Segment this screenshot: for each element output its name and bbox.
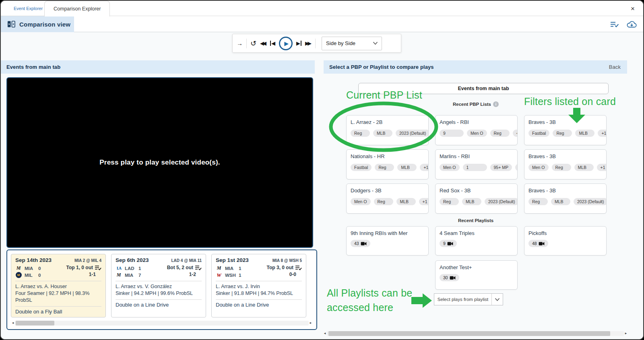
events-from-main-tab-button[interactable]: Events from main tab xyxy=(358,83,609,94)
recent-pbp-lists-label: Recent PBP Lists i xyxy=(323,101,629,107)
filter-chip: 2023 (Default) xyxy=(396,130,429,137)
jump-forward-icon[interactable]: → xyxy=(237,40,243,46)
filter-chip: Fastbal xyxy=(351,164,372,171)
filter-chip: Reg xyxy=(351,130,370,137)
tab-event-explorer[interactable]: Event Explorer xyxy=(8,1,48,16)
filter-chip: 2023 (Default) xyxy=(485,198,518,205)
away-abbr: MIA xyxy=(25,266,35,271)
app-window: Event Explorer Comparison Explorer × Com… xyxy=(0,0,644,340)
filter-chip: 2023 (Default) xyxy=(574,198,607,205)
pbp-card[interactable]: Braves - 3B Fastbal Reg MLB +1 xyxy=(524,115,607,145)
event-matchup: L. Arraez vs. V. González xyxy=(116,283,202,290)
scrollbar-thumb[interactable] xyxy=(328,331,610,336)
filter-chip: Reg xyxy=(490,130,510,137)
right-panel-title: Select a PBP or Playlist to compare play… xyxy=(329,64,434,70)
playlist-card[interactable]: 4 Seam Triples 9 xyxy=(435,226,518,256)
home-abbr: WSH xyxy=(225,273,236,278)
filter-chip: Men O xyxy=(528,164,549,171)
video-camera-icon xyxy=(361,241,367,246)
close-icon[interactable]: × xyxy=(628,4,638,14)
away-abbr: MIA xyxy=(225,266,236,271)
back-button[interactable]: Back xyxy=(609,64,621,70)
playlist-card[interactable]: Pickoffs 48 xyxy=(524,226,607,256)
filter-chip: Reg xyxy=(528,198,548,205)
clip-count-chip: 48 xyxy=(528,240,548,247)
previous-play-icon[interactable]: ◀ xyxy=(270,41,275,46)
main-content: → ↺ ◀◀ ◀ ▶ ▶ ▶▶ Side by Side Events from… xyxy=(1,32,644,340)
scrollbar-track[interactable] xyxy=(15,321,309,326)
pbp-card[interactable]: L. Arraez - 2B Reg MLB 2023 (Default) xyxy=(346,115,429,145)
filter-chip: MLB xyxy=(396,198,416,205)
view-title: Comparison view xyxy=(19,21,70,28)
video-camera-icon xyxy=(447,241,453,246)
rewind-icon[interactable]: ◀◀ xyxy=(260,41,266,46)
scroll-left-icon[interactable]: ◂ xyxy=(323,331,327,336)
list-check-icon[interactable] xyxy=(610,21,619,28)
filter-chip: +1 xyxy=(597,164,607,171)
video-player-area: Press play to play selected video(s). xyxy=(6,77,313,248)
fast-forward-icon[interactable]: ▶▶ xyxy=(305,41,312,46)
event-count: 1-2 xyxy=(167,272,196,277)
playlist-card[interactable]: 9th Inning RBIs with Mer 43 xyxy=(346,226,429,256)
pbp-card[interactable]: Braves - 3B Men O Reg MLB +1 xyxy=(524,149,607,179)
events-scrollbar[interactable]: ◂ ▸ xyxy=(11,320,313,326)
playlist-single-column: Another Test+ 30 xyxy=(435,260,518,290)
pbp-card[interactable]: Angels - RBI 9 Men O Reg +2 xyxy=(435,115,518,145)
play-button[interactable]: ▶ xyxy=(279,37,293,50)
event-count: 0-0 xyxy=(267,272,296,277)
away-runs: 0 xyxy=(38,266,41,271)
clip-count-chip: 43 xyxy=(351,240,370,247)
event-card[interactable]: Sep 1st 2023 MIA 8 @ WSH 5 M MIA 1 xyxy=(211,254,306,317)
team-logo-lad-icon: LA xyxy=(116,265,122,272)
next-play-icon[interactable]: ▶ xyxy=(296,41,301,46)
pbp-card[interactable]: Braves - 3B Reg MLB 2023 (Default) xyxy=(524,183,607,214)
scrollbar-thumb[interactable] xyxy=(16,321,54,326)
filter-chip: MLB xyxy=(551,198,570,205)
pbp-card[interactable]: Dodgers - 3B Men O Reg MLB +1 xyxy=(346,183,429,214)
filter-chip: +3 xyxy=(515,164,518,171)
filter-chip: MLB xyxy=(397,164,417,171)
chevron-down-icon xyxy=(373,41,378,45)
info-icon[interactable]: i xyxy=(493,101,499,107)
playlist-card[interactable]: Another Test+ 30 xyxy=(435,260,518,290)
filter-chip: MLB xyxy=(462,198,481,205)
add-to-list-icon[interactable] xyxy=(195,265,202,270)
add-to-list-icon[interactable] xyxy=(95,265,101,270)
left-panel-title: Events from main tab xyxy=(6,64,60,70)
right-panel-scrollbar[interactable]: ◂ ▸ xyxy=(323,331,628,336)
add-to-list-icon[interactable] xyxy=(295,265,302,270)
divider xyxy=(246,39,247,48)
event-card[interactable]: Sep 6th 2023 LAD 4 @ MIA 11 LA LAD 1 xyxy=(111,254,206,317)
home-runs: 7 xyxy=(138,273,141,278)
scrollbar-track[interactable] xyxy=(327,331,624,336)
event-final-score: MIA 8 @ WSH 5 xyxy=(272,258,302,263)
filter-chip: Men O xyxy=(467,130,487,137)
video-camera-icon xyxy=(450,276,456,280)
video-placeholder-text: Press play to play selected video(s). xyxy=(99,159,220,167)
pbp-card[interactable]: Marlins - RBI Men O 1 95+ MP +3 xyxy=(435,149,518,179)
loop-icon[interactable]: ↺ xyxy=(250,40,256,47)
team-logo-mia-icon: M xyxy=(15,265,22,272)
scroll-right-icon[interactable]: ▸ xyxy=(624,331,628,336)
playlist-select-dropdown[interactable]: Select plays from playlist xyxy=(434,293,503,305)
filter-chip: Men O xyxy=(351,198,371,205)
filter-chip: +2 xyxy=(513,130,518,137)
filter-chip: Men O xyxy=(440,164,460,171)
playback-mode-select[interactable]: Side by Side xyxy=(322,37,382,50)
event-date: Sep 14th 2023 xyxy=(15,257,52,263)
cloud-download-icon[interactable] xyxy=(627,21,637,28)
clip-count-chip: 30 xyxy=(440,274,459,281)
team-logo-mia-icon: M xyxy=(116,272,122,278)
event-situation: Bot 5, 2 out xyxy=(167,265,193,270)
event-pitch: Sinker | 94.2 MPH | 99.6% ProbSL xyxy=(116,290,202,297)
away-runs: 1 xyxy=(239,266,241,271)
scroll-left-icon[interactable]: ◂ xyxy=(11,320,15,326)
team-logo-mil-icon: M xyxy=(16,272,22,278)
tab-comparison-explorer[interactable]: Comparison Explorer xyxy=(44,1,110,16)
chevron-down-icon xyxy=(491,294,503,305)
compare-panels-icon xyxy=(7,20,15,28)
event-card[interactable]: Sep 14th 2023 MIA 2 @ MIL 4 M MIA 0 xyxy=(11,254,106,317)
pbp-card[interactable]: Red Sox - 3B Reg MLB 2023 (Default) xyxy=(435,183,518,214)
scroll-right-icon[interactable]: ▸ xyxy=(309,320,313,326)
pbp-card[interactable]: Nationals - HR Fastbal Reg MLB +1 xyxy=(346,149,429,179)
